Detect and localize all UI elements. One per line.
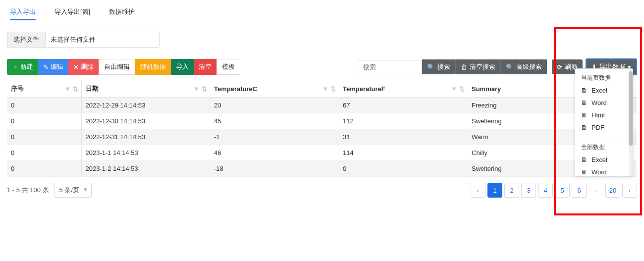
clear-search-button[interactable]: 🗑 清空搜索 [455, 59, 500, 74]
file-icon: 🗎 [581, 87, 588, 94]
refresh-icon: ⟳ [557, 63, 562, 71]
search-button-label: 搜索 [437, 62, 450, 71]
cell-seq: 0 [7, 129, 81, 145]
tab-import-export-simple[interactable]: 导入导出[简] [54, 7, 90, 19]
export-current-word[interactable]: 🗎 Word [575, 97, 633, 109]
dd-header-currentpage: 当前页数据 [575, 71, 633, 84]
export-current-excel[interactable]: 🗎 Excel [575, 84, 633, 97]
sort-icon[interactable]: ⇅ [202, 85, 207, 93]
sort-icon[interactable]: ⇅ [459, 85, 465, 93]
col-seq[interactable]: 序号 ▼⇅ [7, 80, 81, 98]
col-seq-label: 序号 [11, 85, 24, 92]
pager-page[interactable]: 1 [487, 183, 502, 198]
table-row[interactable]: 0 2022-12-31 14:14:53 -1 31 Warm [7, 129, 637, 145]
new-button-label: 新建 [20, 62, 33, 71]
export-dropdown: 当前页数据 🗎 Excel 🗎 Word 🗎 Html 🗎 PDF 全部数据 🗎 [575, 68, 633, 176]
clear-button[interactable]: 清空 [194, 59, 216, 75]
filter-icon[interactable]: ▼ [64, 85, 71, 93]
tab-import-export[interactable]: 导入导出 [10, 7, 36, 19]
dd-label: Word [591, 99, 607, 106]
clear-search-label: 清空搜索 [470, 62, 495, 71]
file-icon: 🗎 [581, 124, 588, 131]
col-tc[interactable]: TemperatureC ▼⇅ [210, 80, 339, 98]
dd-label: Excel [591, 156, 607, 163]
cell-date: 2022-12-30 14:14:53 [81, 113, 210, 129]
cell-tc: 20 [210, 98, 339, 113]
plus-icon: ＋ [12, 62, 18, 71]
cell-date: 2022-12-31 14:14:53 [81, 129, 210, 145]
pager-page[interactable]: 2 [504, 183, 519, 198]
delete-button[interactable]: ✕ 删除 [68, 59, 99, 75]
pencil-icon: ✎ [43, 63, 49, 71]
pager-ellipsis: ··· [589, 183, 603, 198]
advanced-search-button[interactable]: 🔍 高级搜索 [500, 59, 547, 74]
x-icon: ✕ [73, 63, 79, 71]
cell-date: 2022-12-29 14:14:53 [81, 98, 210, 113]
search-button[interactable]: 🔍 搜索 [422, 59, 455, 74]
free-edit-button[interactable]: 自由编辑 [99, 59, 135, 75]
import-button[interactable]: 导入 [171, 59, 194, 75]
cell-seq: 0 [7, 98, 81, 113]
export-current-pdf[interactable]: 🗎 PDF [575, 121, 633, 134]
filter-icon[interactable]: ▼ [451, 85, 457, 93]
filter-icon[interactable]: ▼ [322, 85, 328, 93]
file-icon: 🗎 [581, 168, 588, 176]
cell-date: 2023-1-1 14:14:53 [81, 145, 210, 161]
dd-label: Excel [591, 87, 607, 94]
pager-page[interactable]: 5 [555, 183, 570, 198]
pager-page[interactable]: 3 [521, 183, 536, 198]
file-chooser: 选择文件 未选择任何文件 [7, 32, 637, 48]
template-button[interactable]: 模板 [216, 59, 240, 75]
pager-page[interactable]: 4 [538, 183, 553, 198]
tab-data-maintain[interactable]: 数据维护 [109, 7, 135, 19]
pager-page[interactable]: 6 [572, 183, 587, 198]
filter-icon[interactable]: ▼ [193, 85, 200, 93]
col-date-label: 日期 [86, 85, 99, 92]
cell-seq: 0 [7, 161, 81, 177]
cell-seq: 0 [7, 113, 81, 129]
sort-icon[interactable]: ⇅ [73, 85, 78, 93]
pager-page-last[interactable]: 20 [605, 183, 620, 198]
file-icon: 🗎 [581, 99, 588, 106]
data-table: 序号 ▼⇅ 日期 ▼⇅ TemperatureC ▼⇅ TemperatureF… [7, 80, 637, 177]
col-tf[interactable]: TemperatureF ▼⇅ [339, 80, 468, 98]
page-size-select[interactable]: 5 条/页 [54, 183, 92, 198]
table-row[interactable]: 0 2023-1-2 14:14:53 -18 0 Sweltering [7, 161, 637, 177]
choose-file-button[interactable]: 选择文件 [7, 32, 46, 48]
cell-tf: 31 [339, 129, 468, 145]
dd-scroll-thumb[interactable] [629, 71, 633, 146]
cell-seq: 0 [7, 145, 81, 161]
cell-tc: -1 [210, 129, 339, 145]
pager-info: 1 - 5 共 100 条 [7, 186, 49, 195]
dd-label: Word [591, 168, 607, 176]
cell-tf: 0 [339, 161, 468, 177]
cell-tf: 112 [339, 113, 468, 129]
random-data-button[interactable]: 随机数据 [135, 59, 171, 75]
dd-label: PDF [591, 124, 604, 131]
table-row[interactable]: 0 2022-12-29 14:14:53 20 67 Freezing [7, 98, 637, 113]
export-current-html[interactable]: 🗎 Html [575, 109, 633, 121]
cell-date: 2023-1-2 14:14:53 [81, 161, 210, 177]
search-icon: 🔍 [427, 63, 435, 71]
pager-next[interactable]: › [622, 183, 637, 198]
sort-icon[interactable]: ⇅ [330, 85, 336, 93]
export-all-word[interactable]: 🗎 Word [575, 166, 633, 176]
dd-label: Html [591, 111, 605, 119]
action-toolbar: ＋ 新建 ✎ 编辑 ✕ 删除 自由编辑 随机数据 导入 清空 模板 [7, 59, 240, 75]
pager-prev[interactable]: ‹ [471, 183, 485, 198]
col-date[interactable]: 日期 ▼⇅ [81, 80, 210, 98]
col-tc-label: TemperatureC [214, 85, 257, 93]
table-row[interactable]: 0 2023-1-1 14:14:53 46 114 Chilly [7, 145, 637, 161]
file-icon: 🗎 [581, 156, 588, 163]
cell-tc: 46 [210, 145, 339, 161]
edit-button[interactable]: ✎ 编辑 [38, 59, 68, 75]
search-input[interactable] [358, 60, 422, 74]
file-icon: 🗎 [581, 111, 588, 119]
table-row[interactable]: 0 2022-12-30 14:14:53 45 112 Sweltering [7, 113, 637, 129]
tab-bar: 导入导出 导入导出[简] 数据维护 [7, 5, 637, 25]
cell-tf: 67 [339, 98, 468, 113]
file-name-display: 未选择任何文件 [46, 32, 160, 48]
new-button[interactable]: ＋ 新建 [7, 59, 38, 75]
advanced-search-label: 高级搜索 [516, 62, 542, 71]
export-all-excel[interactable]: 🗎 Excel [575, 154, 633, 166]
